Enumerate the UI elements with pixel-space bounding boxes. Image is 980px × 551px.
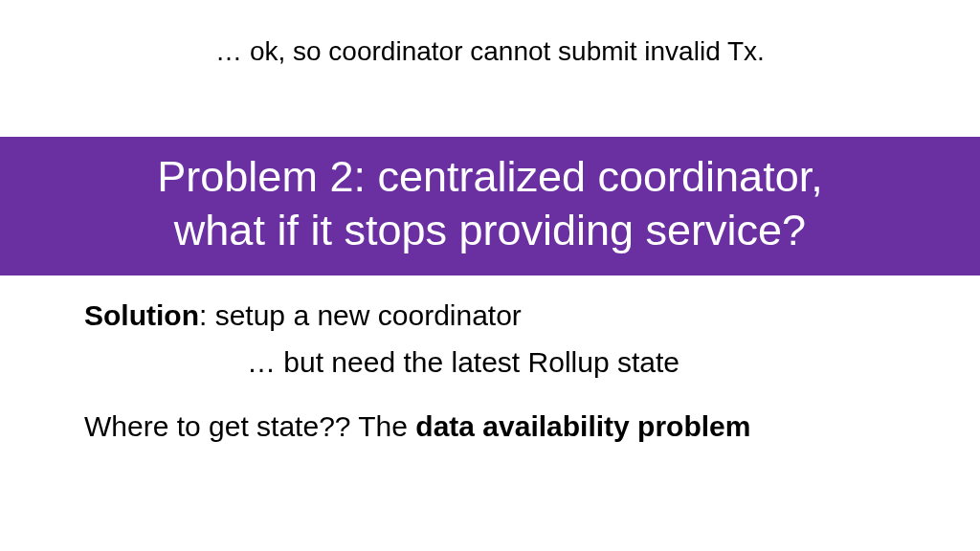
where-line: Where to get state?? The data availabili… bbox=[84, 408, 923, 445]
intro-text-content: … ok, so coordinator cannot submit inval… bbox=[215, 36, 765, 66]
where-prefix: Where to get state?? The bbox=[84, 410, 415, 442]
banner-line-1: Problem 2: centralized coordinator, bbox=[19, 150, 961, 204]
solution-text: : setup a new coordinator bbox=[199, 299, 522, 331]
solution-line: Solution: setup a new coordinator bbox=[84, 297, 923, 334]
intro-text: … ok, so coordinator cannot submit inval… bbox=[0, 36, 980, 67]
solution-label: Solution bbox=[84, 299, 199, 331]
indent-line: … but need the latest Rollup state bbox=[84, 343, 923, 381]
where-bold: data availability problem bbox=[415, 410, 750, 442]
body-content: Solution: setup a new coordinator … but … bbox=[84, 297, 923, 445]
indent-text: … but need the latest Rollup state bbox=[247, 346, 679, 378]
banner-line-2: what if it stops providing service? bbox=[19, 204, 961, 257]
problem-banner: Problem 2: centralized coordinator, what… bbox=[0, 137, 980, 276]
